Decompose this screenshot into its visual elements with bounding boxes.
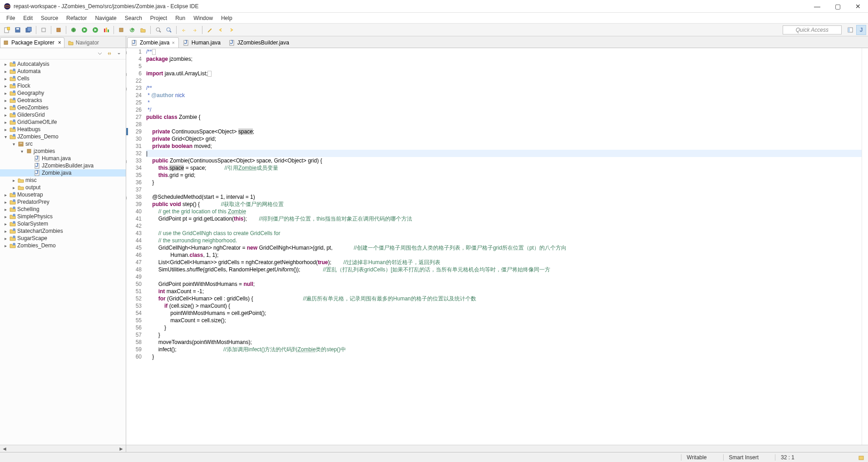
line-number[interactable]: 55 — [126, 317, 142, 324]
prev-annotation-button[interactable] — [179, 25, 189, 35]
tree-item-jzombies[interactable]: ▾jzombies — [0, 147, 126, 155]
line-number[interactable]: 58 — [126, 339, 142, 346]
back-button[interactable] — [216, 25, 226, 35]
menu-refactor[interactable]: Refactor — [63, 14, 90, 22]
tree-item-cells[interactable]: ▸Cells — [0, 75, 126, 82]
code-line[interactable]: } — [146, 179, 862, 186]
code-line[interactable]: Human.class, 1, 1); — [146, 251, 862, 259]
expand-arrow-icon[interactable]: ▸ — [3, 236, 8, 241]
java-perspective-button[interactable]: J — [856, 25, 866, 35]
tree-item-heatbugs[interactable]: ▸Heatbugs — [0, 126, 126, 133]
line-number[interactable]: 56 — [126, 324, 142, 331]
sidebar-tab-package-explorer[interactable]: Package Explorer× — [0, 37, 64, 48]
line-number[interactable]: 52 — [126, 295, 142, 302]
tree-item-output[interactable]: ▸output — [0, 184, 126, 191]
fold-icon[interactable]: ⊟ — [126, 158, 127, 162]
tree-item-zombies-demo[interactable]: ▸Zombies_Demo — [0, 242, 126, 249]
next-annotation-button[interactable] — [190, 25, 200, 35]
code-line[interactable]: @ScheduledMethod(start = 1, interval = 1… — [146, 193, 862, 201]
tree-item-jzombiesbuilder-java[interactable]: JJZombiesBuilder.java — [0, 162, 126, 169]
code-line[interactable]: GridPoint pt = grid.getLocation(this); /… — [146, 215, 862, 222]
code-line[interactable]: pointWithMostHumans = cell.getPoint(); — [146, 310, 862, 317]
fold-icon[interactable]: ⊟ — [126, 85, 127, 90]
line-number[interactable]: 36 — [126, 179, 142, 186]
line-number[interactable]: 27 — [126, 113, 142, 121]
line-number[interactable]: 4 — [126, 55, 142, 63]
code-line[interactable]: * @author nick — [146, 92, 862, 99]
code-line[interactable]: this.space = space; //引用Zombie成员变量 — [146, 164, 862, 172]
line-number[interactable]: 59 — [126, 346, 142, 353]
tree-item-src[interactable]: ▾src — [0, 140, 126, 147]
editor-scrollbar[interactable] — [126, 445, 868, 452]
code-line[interactable]: /** — [146, 48, 862, 55]
line-number[interactable]: 48 — [126, 266, 142, 273]
code-line[interactable]: // the surrounding neighborhood. — [146, 237, 862, 244]
expand-arrow-icon[interactable]: ▸ — [3, 76, 8, 81]
new-package-button[interactable] — [116, 25, 126, 35]
line-number[interactable]: 47 — [126, 259, 142, 266]
quick-access-input[interactable]: Quick Access — [783, 25, 842, 34]
line-number[interactable]: 39 — [126, 201, 142, 208]
sidebar-scrollbar[interactable]: ◄► — [0, 445, 126, 452]
view-menu-button[interactable] — [115, 49, 123, 58]
code-line[interactable] — [146, 77, 862, 84]
line-number[interactable]: 33⊟ — [126, 157, 142, 164]
line-number[interactable]: 22 — [126, 77, 142, 84]
expand-arrow-icon[interactable]: ▸ — [3, 214, 8, 219]
menu-project[interactable]: Project — [147, 14, 171, 22]
line-number[interactable]: 38⊟ — [126, 193, 142, 201]
line-number[interactable]: 25 — [126, 99, 142, 106]
new-button[interactable] — [2, 25, 12, 35]
code-line[interactable]: */ — [146, 106, 862, 113]
code-line[interactable]: GridCellNgh<Human> nghCreator = new Grid… — [146, 244, 862, 251]
coverage-button[interactable] — [101, 25, 111, 35]
status-icon[interactable] — [858, 454, 864, 461]
tree-item-predatorprey[interactable]: ▸PredatorPrey — [0, 198, 126, 206]
editor-tab-jzombiesbuilder-java[interactable]: JJZombiesBuilder.java — [225, 37, 293, 48]
code-line[interactable]: int maxCount = -1; — [146, 288, 862, 295]
code-line[interactable]: moveTowards(pointWithMostHumans); — [146, 339, 862, 346]
expand-arrow-icon[interactable]: ▸ — [11, 178, 16, 183]
package-tree[interactable]: ▸Autocatalysis▸Automata▸Cells▸Flock▸Geog… — [0, 59, 126, 445]
tree-item-simplephysics[interactable]: ▸SimplePhysics — [0, 213, 126, 220]
code-line[interactable]: public Zombie(ContinuousSpace<Object> sp… — [146, 157, 862, 164]
code-line[interactable]: } — [146, 324, 862, 331]
menu-search[interactable]: Search — [121, 14, 146, 22]
line-number[interactable]: 35 — [126, 172, 142, 179]
minimize-button[interactable]: — — [810, 2, 824, 11]
expand-arrow-icon[interactable]: ▾ — [11, 142, 16, 147]
menu-help[interactable]: Help — [217, 14, 236, 22]
line-number[interactable]: 34 — [126, 164, 142, 172]
line-number[interactable]: 46 — [126, 251, 142, 259]
code-line[interactable]: // use the GridCellNgh class to create G… — [146, 230, 862, 237]
line-number[interactable]: 44 — [126, 237, 142, 244]
code-line[interactable]: } — [146, 331, 862, 339]
toggle-button[interactable] — [39, 25, 49, 35]
tree-item-geotracks[interactable]: ▸Geotracks — [0, 97, 126, 104]
maximize-button[interactable]: ▢ — [831, 2, 844, 11]
expand-arrow-icon[interactable]: ▸ — [3, 200, 8, 205]
code-line[interactable]: package jzombies; — [146, 55, 862, 63]
tree-item-automata[interactable]: ▸Automata — [0, 68, 126, 75]
tree-item-mousetrap[interactable]: ▸Mousetrap — [0, 191, 126, 198]
collapse-all-button[interactable] — [96, 49, 104, 58]
tree-item-human-java[interactable]: JHuman.java — [0, 155, 126, 162]
run-last-button[interactable] — [90, 25, 100, 35]
code-line[interactable]: List<GridCell<Human>> gridCells = nghCre… — [146, 259, 862, 266]
code-line[interactable]: for (GridCell<Human> cell : gridCells) {… — [146, 295, 862, 302]
code-line[interactable]: this.grid = grid; — [146, 172, 862, 179]
line-number[interactable]: 37 — [126, 186, 142, 193]
line-number[interactable]: 43 — [126, 230, 142, 237]
close-icon[interactable]: × — [172, 40, 174, 45]
line-number[interactable]: 57 — [126, 331, 142, 339]
tree-item-statechartzombies[interactable]: ▸StatechartZombies — [0, 227, 126, 235]
build-button[interactable] — [54, 25, 64, 35]
line-number[interactable]: 32 — [126, 150, 142, 157]
line-number[interactable]: 26 — [126, 106, 142, 113]
line-number[interactable]: 28 — [126, 121, 142, 128]
code-line[interactable]: import java.util.ArrayList; — [146, 70, 862, 77]
line-number[interactable]: 54 — [126, 310, 142, 317]
code-line[interactable]: | — [146, 150, 862, 157]
expand-arrow-icon[interactable]: ▸ — [3, 207, 8, 212]
expand-arrow-icon[interactable]: ▸ — [3, 69, 8, 74]
